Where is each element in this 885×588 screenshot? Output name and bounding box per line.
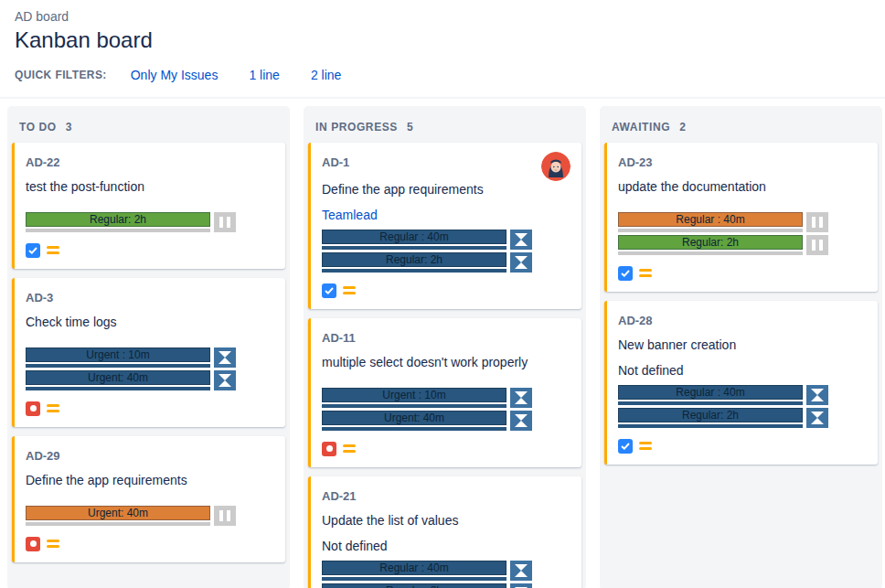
hourglass-icon bbox=[510, 388, 532, 408]
card-ad-23[interactable]: AD-23 update the documentation Regular :… bbox=[604, 143, 878, 292]
time-track bbox=[618, 401, 803, 405]
filter-2-line[interactable]: 2 line bbox=[311, 68, 341, 82]
column-count: 3 bbox=[66, 121, 72, 134]
time-track bbox=[26, 229, 210, 232]
medium-priority-icon bbox=[47, 246, 59, 254]
issue-summary: test the post-function bbox=[26, 178, 274, 196]
medium-priority-icon bbox=[639, 269, 652, 277]
task-icon bbox=[322, 283, 336, 298]
bug-icon bbox=[26, 401, 40, 416]
time-bar-row: Regular : 40m bbox=[618, 385, 867, 405]
time-progress-bar: Regular : 40m bbox=[618, 212, 803, 227]
pause-icon bbox=[214, 506, 236, 526]
column-count: 5 bbox=[407, 121, 413, 134]
epic-label: Not defined bbox=[618, 363, 867, 378]
hourglass-icon bbox=[510, 583, 532, 588]
time-progress-bar: Regular : 40m bbox=[322, 561, 506, 575]
hourglass-icon bbox=[510, 252, 532, 273]
column-in-progress: IN PROGRESS 5 AD-1 Defin bbox=[304, 106, 586, 588]
pause-icon bbox=[806, 235, 828, 255]
issue-key[interactable]: AD-23 bbox=[618, 155, 653, 169]
time-bar-row: Urgent : 10m bbox=[322, 388, 570, 408]
time-track bbox=[322, 246, 506, 250]
hourglass-icon bbox=[510, 561, 532, 581]
hourglass-icon bbox=[806, 408, 828, 428]
time-track bbox=[618, 251, 803, 255]
card-ad-28[interactable]: AD-28 New banner creation Not defined Re… bbox=[604, 301, 878, 465]
kanban-board: TO DO 3 AD-22 test the post-function Reg… bbox=[0, 99, 885, 588]
hourglass-icon bbox=[806, 385, 828, 405]
board-header: AD board Kanban board QUICK FILTERS: Onl… bbox=[0, 0, 885, 99]
issue-key[interactable]: AD-21 bbox=[322, 489, 357, 503]
time-bar-row: Regular : 40m bbox=[322, 230, 570, 250]
card-ad-21[interactable]: AD-21 Update the list of values Not defi… bbox=[308, 476, 581, 588]
page-title: Kanban board bbox=[15, 27, 870, 53]
time-track bbox=[322, 577, 506, 581]
quick-filters-label: QUICK FILTERS: bbox=[15, 69, 107, 81]
task-icon bbox=[26, 243, 40, 258]
issue-summary: New banner creation bbox=[618, 337, 867, 354]
time-track bbox=[322, 427, 506, 431]
issue-key[interactable]: AD-29 bbox=[26, 449, 60, 463]
pause-icon bbox=[214, 212, 236, 232]
hourglass-icon bbox=[510, 230, 532, 250]
issue-summary: update the documentation bbox=[618, 178, 867, 196]
time-track bbox=[618, 229, 803, 232]
column-name: AWAITING bbox=[612, 121, 670, 134]
issue-summary: Update the list of values bbox=[322, 512, 570, 529]
issue-key[interactable]: AD-3 bbox=[26, 291, 53, 305]
breadcrumb[interactable]: AD board bbox=[15, 9, 870, 24]
time-bar-row: Urgent: 40m bbox=[26, 370, 274, 390]
issue-key[interactable]: AD-28 bbox=[618, 314, 653, 327]
time-bar-row: Regular : 40m bbox=[322, 561, 570, 581]
time-track bbox=[26, 364, 210, 368]
hourglass-icon bbox=[510, 411, 532, 431]
time-track bbox=[322, 269, 506, 273]
time-progress-bar: Regular: 2h bbox=[26, 212, 210, 227]
hourglass-icon bbox=[214, 370, 236, 390]
time-progress-bar: Urgent : 10m bbox=[26, 347, 210, 362]
time-bar-row: Urgent: 40m bbox=[322, 411, 570, 431]
filter-1-line[interactable]: 1 line bbox=[249, 68, 279, 82]
column-todo: TO DO 3 AD-22 test the post-function Reg… bbox=[7, 106, 290, 588]
column-header: AWAITING 2 bbox=[604, 106, 878, 143]
issue-key[interactable]: AD-1 bbox=[322, 155, 349, 169]
hourglass-icon bbox=[214, 347, 236, 368]
card-ad-29[interactable]: AD-29 Define the app requirements Urgent… bbox=[12, 436, 285, 562]
column-name: TO DO bbox=[19, 121, 57, 134]
assignee-avatar bbox=[541, 152, 570, 181]
time-bar-row: Regular: 2h bbox=[26, 212, 274, 232]
column-name: IN PROGRESS bbox=[315, 121, 398, 134]
time-progress-bar: Regular: 2h bbox=[322, 252, 506, 267]
epic-label: Not defined bbox=[322, 539, 570, 553]
card-ad-11[interactable]: AD-11 multiple select doesn't work prope… bbox=[308, 318, 581, 467]
quick-filters: QUICK FILTERS: Only My Issues 1 line 2 l… bbox=[15, 68, 870, 97]
task-icon bbox=[618, 266, 633, 281]
issue-summary: Define the app requirements bbox=[26, 472, 274, 489]
card-ad-3[interactable]: AD-3 Check time logs Urgent : 10m Urgent… bbox=[12, 278, 285, 427]
column-awaiting: AWAITING 2 AD-23 update the documentatio… bbox=[600, 106, 882, 588]
time-bar-row: Urgent : 10m bbox=[26, 347, 274, 368]
time-progress-bar: Urgent: 40m bbox=[26, 506, 210, 520]
time-track bbox=[26, 387, 210, 390]
filter-only-my-issues[interactable]: Only My Issues bbox=[131, 68, 219, 82]
time-progress-bar: Regular: 2h bbox=[618, 408, 803, 422]
time-progress-bar: Regular: 2h bbox=[322, 583, 506, 588]
time-bar-row: Urgent: 40m bbox=[26, 506, 274, 526]
issue-summary: Check time logs bbox=[26, 314, 274, 331]
time-bar-row: Regular: 2h bbox=[618, 408, 867, 428]
pause-icon bbox=[806, 212, 828, 232]
epic-link[interactable]: Teamlead bbox=[322, 208, 570, 222]
issue-key[interactable]: AD-11 bbox=[322, 331, 356, 345]
card-ad-1[interactable]: AD-1 Define the app requirements Teamlea… bbox=[308, 143, 581, 309]
time-progress-bar: Regular : 40m bbox=[618, 385, 803, 400]
card-ad-22[interactable]: AD-22 test the post-function Regular: 2h bbox=[12, 143, 285, 269]
time-bar-row: Regular: 2h bbox=[322, 583, 570, 588]
time-track bbox=[322, 404, 506, 408]
task-icon bbox=[618, 439, 633, 454]
issue-key[interactable]: AD-22 bbox=[26, 155, 60, 169]
issue-summary: multiple select doesn't work properly bbox=[322, 354, 570, 371]
time-progress-bar: Regular : 40m bbox=[322, 230, 506, 244]
time-bar-row: Regular: 2h bbox=[322, 252, 570, 273]
time-progress-bar: Urgent: 40m bbox=[26, 370, 210, 385]
